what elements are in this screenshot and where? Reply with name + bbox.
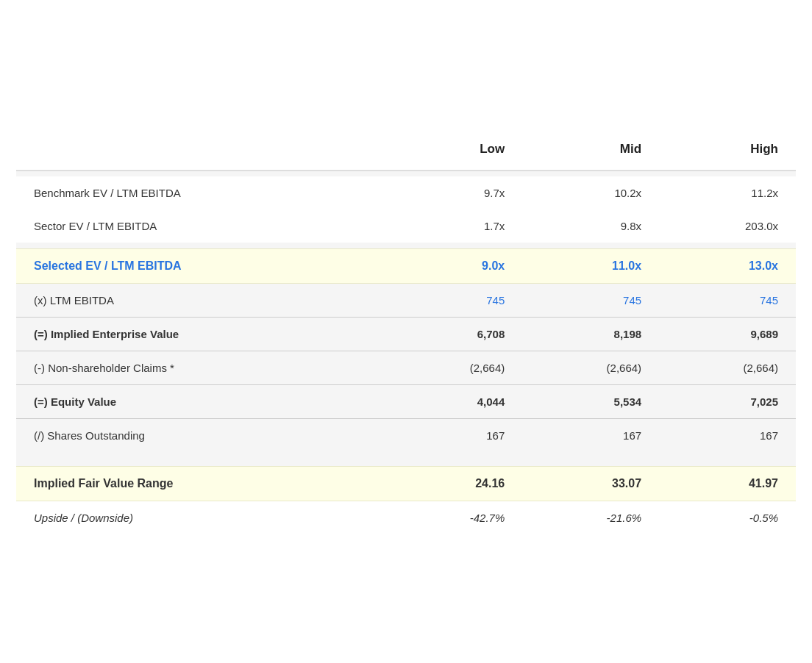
benchmark-low: 9.7x	[385, 176, 522, 209]
shares-low: 167	[385, 418, 522, 452]
table-row: (=) Equity Value 4,044 5,534 7,025	[16, 384, 796, 418]
ltm-mid: 745	[522, 283, 659, 317]
selected-high: 13.0x	[659, 248, 796, 283]
equity-low: 4,044	[385, 384, 522, 418]
ltm-label: (x) LTM EBITDA	[16, 283, 385, 317]
nsc-high: (2,664)	[659, 351, 796, 384]
shares-high: 167	[659, 418, 796, 452]
selected-low: 9.0x	[385, 248, 522, 283]
nsc-mid: (2,664)	[522, 351, 659, 384]
upside-label: Upside / (Downside)	[16, 501, 385, 535]
valuation-table: Low Mid High Benchmark EV / LTM EBITDA 9…	[16, 129, 796, 534]
ltm-low: 745	[385, 283, 522, 317]
nsc-label: (-) Non-shareholder Claims *	[16, 351, 385, 384]
table-row: (x) LTM EBITDA 745 745 745	[16, 283, 796, 317]
sector-high: 203.0x	[659, 209, 796, 243]
ltm-high: 745	[659, 283, 796, 317]
spacer-row	[16, 243, 796, 248]
selected-mid: 11.0x	[522, 248, 659, 283]
nsc-low: (2,664)	[385, 351, 522, 384]
selected-ev-row: Selected EV / LTM EBITDA 9.0x 11.0x 13.0…	[16, 248, 796, 283]
header-mid: Mid	[522, 129, 659, 171]
implied-fair-value-row: Implied Fair Value Range 24.16 33.07 41.…	[16, 467, 796, 501]
equity-mid: 5,534	[522, 384, 659, 418]
ifvr-label: Implied Fair Value Range	[16, 467, 385, 501]
table-row: Benchmark EV / LTM EBITDA 9.7x 10.2x 11.…	[16, 176, 796, 209]
iev-label: (=) Implied Enterprise Value	[16, 317, 385, 351]
table-row: (=) Implied Enterprise Value 6,708 8,198…	[16, 317, 796, 351]
header-label-col	[16, 129, 385, 171]
ifvr-low: 24.16	[385, 467, 522, 501]
ifvr-mid: 33.07	[522, 467, 659, 501]
table-row: (-) Non-shareholder Claims * (2,664) (2,…	[16, 351, 796, 384]
benchmark-mid: 10.2x	[522, 176, 659, 209]
selected-label: Selected EV / LTM EBITDA	[16, 248, 385, 283]
sector-mid: 9.8x	[522, 209, 659, 243]
iev-mid: 8,198	[522, 317, 659, 351]
ifvr-high: 41.97	[659, 467, 796, 501]
upside-mid: -21.6%	[522, 501, 659, 535]
header-low: Low	[385, 129, 522, 171]
benchmark-label: Benchmark EV / LTM EBITDA	[16, 176, 385, 209]
benchmark-high: 11.2x	[659, 176, 796, 209]
equity-high: 7,025	[659, 384, 796, 418]
iev-low: 6,708	[385, 317, 522, 351]
shares-mid: 167	[522, 418, 659, 452]
upside-high: -0.5%	[659, 501, 796, 535]
equity-label: (=) Equity Value	[16, 384, 385, 418]
iev-high: 9,689	[659, 317, 796, 351]
table-row: (/) Shares Outstanding 167 167 167	[16, 418, 796, 452]
sector-low: 1.7x	[385, 209, 522, 243]
shares-label: (/) Shares Outstanding	[16, 418, 385, 452]
spacer-row-top	[16, 171, 796, 176]
header-high: High	[659, 129, 796, 171]
sector-label: Sector EV / LTM EBITDA	[16, 209, 385, 243]
table-row: Sector EV / LTM EBITDA 1.7x 9.8x 203.0x	[16, 209, 796, 243]
table-row: Upside / (Downside) -42.7% -21.6% -0.5%	[16, 501, 796, 535]
gap-row	[16, 452, 796, 467]
upside-low: -42.7%	[385, 501, 522, 535]
